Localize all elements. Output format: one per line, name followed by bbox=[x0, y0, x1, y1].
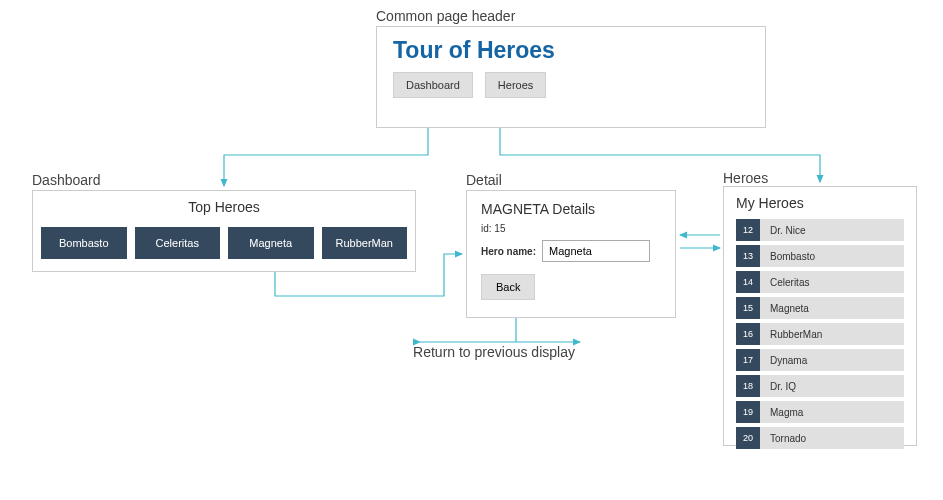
back-button[interactable]: Back bbox=[481, 274, 535, 300]
hero-name: RubberMan bbox=[760, 329, 822, 340]
top-heroes-row: Bombasto Celeritas Magneta RubberMan bbox=[41, 227, 407, 259]
hero-id-badge: 14 bbox=[736, 271, 760, 293]
hero-list-item[interactable]: 17Dynama bbox=[736, 349, 904, 371]
heroes-panel: My Heroes 12Dr. Nice13Bombasto14Celerita… bbox=[723, 186, 917, 446]
hero-name-label: Hero name: bbox=[481, 246, 536, 257]
hero-name: Dynama bbox=[760, 355, 807, 366]
hero-name: Bombasto bbox=[760, 251, 815, 262]
nav-dashboard-button[interactable]: Dashboard bbox=[393, 72, 473, 98]
dashboard-panel: Top Heroes Bombasto Celeritas Magneta Ru… bbox=[32, 190, 416, 272]
hero-card[interactable]: RubberMan bbox=[322, 227, 408, 259]
hero-id-badge: 17 bbox=[736, 349, 760, 371]
hero-list-item[interactable]: 15Magneta bbox=[736, 297, 904, 319]
heroes-section-label: Heroes bbox=[723, 170, 768, 186]
detail-panel: MAGNETA Details id: 15 Hero name: Back bbox=[466, 190, 676, 318]
hero-list: 12Dr. Nice13Bombasto14Celeritas15Magneta… bbox=[736, 219, 904, 449]
hero-list-item[interactable]: 20Tornado bbox=[736, 427, 904, 449]
hero-id-badge: 12 bbox=[736, 219, 760, 241]
hero-name: Dr. IQ bbox=[760, 381, 796, 392]
hero-card[interactable]: Magneta bbox=[228, 227, 314, 259]
hero-name-row: Hero name: bbox=[481, 240, 661, 262]
hero-card[interactable]: Bombasto bbox=[41, 227, 127, 259]
detail-section-label: Detail bbox=[466, 172, 502, 188]
hero-id-badge: 18 bbox=[736, 375, 760, 397]
app-title: Tour of Heroes bbox=[393, 37, 749, 64]
hero-id-badge: 19 bbox=[736, 401, 760, 423]
hero-card[interactable]: Celeritas bbox=[135, 227, 221, 259]
hero-name: Dr. Nice bbox=[760, 225, 806, 236]
hero-id-badge: 15 bbox=[736, 297, 760, 319]
nav-heroes-button[interactable]: Heroes bbox=[485, 72, 546, 98]
hero-name: Tornado bbox=[760, 433, 806, 444]
nav-buttons: Dashboard Heroes bbox=[393, 72, 749, 98]
hero-list-item[interactable]: 18Dr. IQ bbox=[736, 375, 904, 397]
hero-id-badge: 16 bbox=[736, 323, 760, 345]
hero-list-item[interactable]: 12Dr. Nice bbox=[736, 219, 904, 241]
header-panel: Tour of Heroes Dashboard Heroes bbox=[376, 26, 766, 128]
hero-list-item[interactable]: 16RubberMan bbox=[736, 323, 904, 345]
hero-list-item[interactable]: 14Celeritas bbox=[736, 271, 904, 293]
dashboard-section-label: Dashboard bbox=[32, 172, 101, 188]
dashboard-title: Top Heroes bbox=[41, 199, 407, 215]
detail-title: MAGNETA Details bbox=[481, 201, 661, 217]
header-section-label: Common page header bbox=[376, 8, 515, 24]
hero-name: Celeritas bbox=[760, 277, 809, 288]
hero-id-badge: 20 bbox=[736, 427, 760, 449]
hero-list-item[interactable]: 19Magma bbox=[736, 401, 904, 423]
detail-id: id: 15 bbox=[481, 223, 661, 234]
heroes-list-title: My Heroes bbox=[736, 195, 904, 211]
return-label: Return to previous display bbox=[413, 344, 575, 360]
hero-list-item[interactable]: 13Bombasto bbox=[736, 245, 904, 267]
hero-id-badge: 13 bbox=[736, 245, 760, 267]
hero-name: Magneta bbox=[760, 303, 809, 314]
hero-name-input[interactable] bbox=[542, 240, 650, 262]
hero-name: Magma bbox=[760, 407, 803, 418]
